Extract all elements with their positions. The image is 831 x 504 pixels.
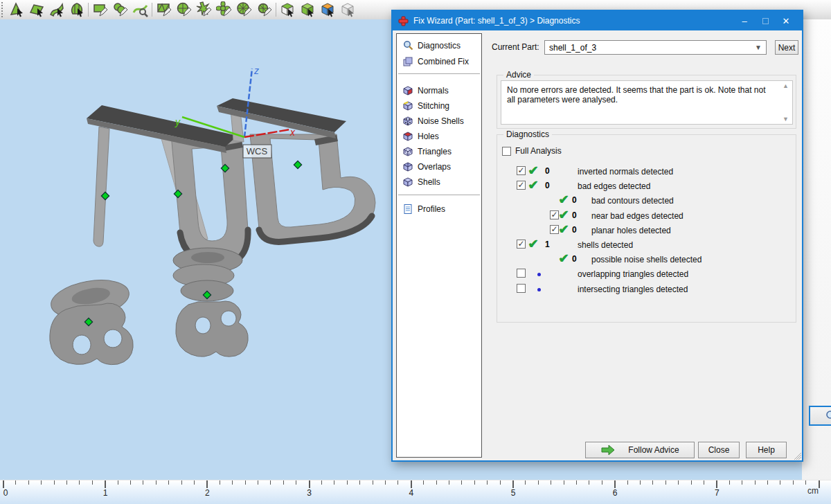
ruler-minor-tick (551, 480, 551, 485)
advice-scrollbar[interactable]: ▲ ▼ (780, 82, 791, 123)
close-window-button[interactable]: ✕ (776, 12, 796, 29)
ruler-minor-tick (66, 480, 67, 485)
ruler-minor-tick (652, 480, 653, 485)
fix-wizard-red-cross-icon (398, 16, 409, 26)
cube-top-view-tool-icon[interactable] (278, 1, 298, 19)
diagnostic-checkbox[interactable]: ✓ (517, 181, 526, 190)
scroll-down-icon[interactable]: ▼ (783, 116, 789, 123)
curve-zoom-tool-icon[interactable] (130, 1, 150, 19)
scroll-up-icon[interactable]: ▲ (783, 82, 789, 89)
resize-grip[interactable] (792, 451, 801, 460)
ruler-minor-tick (627, 480, 628, 485)
ruler-major-tick (105, 480, 106, 488)
diagnostic-count: 0 (572, 254, 577, 264)
mark-shell-tool-icon[interactable] (66, 1, 87, 19)
update-button[interactable]: Update (809, 406, 831, 426)
mark-plane-tool-icon[interactable] (26, 1, 46, 19)
ruler-minor-tick (487, 480, 488, 485)
ruler-number: 0 (3, 488, 8, 498)
ruler-major-tick (614, 480, 616, 488)
dialog-titlebar[interactable]: Fix Wizard (Part: shell_1_of_3) > Diagno… (393, 11, 802, 30)
ruler-major-tick (819, 480, 820, 488)
cube-ghost-view-tool-icon[interactable] (338, 1, 358, 19)
full-analysis-option[interactable]: Full Analysis (502, 146, 562, 156)
nav-item-holes[interactable]: Holes (400, 129, 479, 143)
flower-mark-tool-icon[interactable] (214, 1, 234, 19)
ruler-minor-tick (130, 480, 131, 485)
nav-item-overlaps[interactable]: Overlaps (400, 160, 479, 174)
circle-mark-tool-icon[interactable] (174, 1, 194, 19)
nav-item-triangles[interactable]: Triangles (400, 145, 479, 159)
diagnostic-label: intersecting triangles detected (578, 285, 688, 294)
ruler-minor-tick (54, 480, 55, 485)
rectangle-selection-tool-icon[interactable] (90, 1, 110, 19)
green-check-icon: ✔ (527, 163, 539, 179)
ruler-minor-tick (321, 480, 322, 485)
nav-separator (398, 195, 480, 195)
nav-item-combined-fix[interactable]: Combined Fix (400, 55, 479, 69)
nav-label: Normals (418, 86, 449, 96)
toolbar-separator (276, 3, 276, 17)
ruler-minor-tick (474, 480, 475, 485)
diagnostic-count: 0 (545, 166, 550, 176)
minimize-button[interactable]: – (734, 12, 755, 29)
diagnostic-checkbox[interactable] (517, 284, 526, 293)
ruler-major-tick (309, 480, 310, 488)
nav-item-normals[interactable]: Normals (400, 84, 479, 98)
diagnostic-row: ✓✔0inverted normals detected (497, 165, 797, 179)
nav-item-noise-shells[interactable]: Noise Shells (400, 114, 479, 128)
diagnostic-checkbox[interactable]: ✓ (517, 166, 526, 175)
ruler-minor-tick (729, 480, 730, 485)
next-button[interactable]: Next (775, 40, 798, 55)
chevron-down-icon: ▼ (755, 44, 762, 51)
diagnostic-row: ✔0bad contours detected (497, 194, 797, 208)
mark-surface-tool-icon[interactable] (46, 1, 66, 19)
ruler-minor-tick (780, 480, 780, 485)
help-button[interactable]: Help (746, 442, 787, 458)
stacked-cubes-icon (402, 56, 413, 67)
diagnostic-count: 0 (572, 195, 577, 205)
freeform-selection-tool-icon[interactable] (110, 1, 130, 19)
diagnostic-checkbox[interactable]: ✓ (517, 240, 526, 249)
ruler-minor-tick (118, 480, 118, 485)
diagnostics-group-label: Diagnostics (503, 129, 552, 139)
maximize-button[interactable] (755, 12, 776, 29)
full-analysis-checkbox[interactable] (502, 147, 511, 156)
ruler-minor-tick (793, 480, 794, 485)
triangles-cube-icon (402, 146, 413, 157)
pie-mark-tool-icon[interactable] (234, 1, 254, 19)
follow-advice-label: Follow Advice (628, 445, 679, 455)
green-check-icon: ✔ (557, 251, 570, 267)
diagnostic-count: 1 (545, 240, 550, 249)
diagnostic-label: near bad edges detected (591, 211, 683, 221)
ruler-minor-tick (576, 480, 577, 485)
nav-item-stitching[interactable]: Stitching (400, 99, 479, 113)
cube-iso-view-tool-icon[interactable] (298, 1, 318, 19)
nav-item-diagnostics[interactable]: Diagnostics (400, 39, 479, 53)
nav-label: Shells (418, 177, 440, 187)
diagnostic-checkbox[interactable] (517, 269, 526, 278)
ruler-minor-tick (28, 480, 29, 485)
cube-colored-view-tool-icon[interactable] (318, 1, 338, 19)
nav-label: Holes (418, 132, 439, 141)
close-button[interactable]: Close (698, 442, 740, 458)
star-mark-tool-icon[interactable] (194, 1, 214, 19)
window-mark-tool-icon[interactable] (154, 1, 174, 19)
mark-triangle-tool-icon[interactable] (6, 1, 26, 19)
ruler-minor-tick (640, 480, 641, 485)
ruler-minor-tick (359, 480, 360, 485)
ruler-minor-tick (691, 480, 692, 485)
ruler-minor-tick (602, 480, 602, 485)
nav-label: Combined Fix (418, 57, 469, 66)
toolbar-drag-handle[interactable] (1, 2, 6, 17)
diagnostic-count: 0 (572, 225, 577, 235)
small-pie-mark-tool-icon[interactable] (254, 1, 274, 19)
follow-advice-button[interactable]: Follow Advice (585, 442, 695, 458)
diagnostic-row: overlapping triangles detected (497, 267, 797, 282)
ruler-minor-tick (156, 480, 157, 485)
nav-item-shells[interactable]: Shells (400, 175, 479, 189)
advice-groupbox: Advice No more errors are detected. It s… (497, 75, 796, 129)
current-part-combobox[interactable]: shell_1_of_3 ▼ (544, 40, 767, 55)
ruler-minor-tick (283, 480, 284, 485)
nav-item-profiles[interactable]: Profiles (400, 202, 479, 216)
